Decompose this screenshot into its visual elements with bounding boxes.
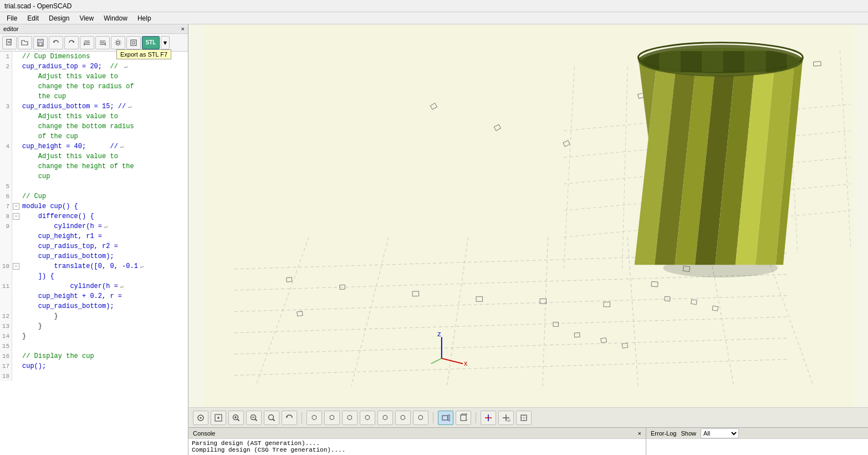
- view-toolbar: ⬡ ⬡ ⬡ ⬡ ⬡ ⬡ ⬡ 10: [188, 407, 868, 427]
- code-line-11b: cup_radius_bottom);: [0, 301, 188, 311]
- fold-icon-7[interactable]: −: [13, 203, 19, 210]
- titlebar: trial.scad - OpenSCAD: [0, 0, 868, 12]
- export-stl-button[interactable]: STL: [142, 36, 160, 49]
- zoom-out-button[interactable]: [246, 411, 262, 425]
- editor-panel: editor ×: [0, 24, 188, 455]
- menu-window[interactable]: Window: [99, 13, 132, 23]
- code-line-12: 12 }: [0, 311, 188, 321]
- code-line-4c: cup: [0, 171, 188, 181]
- undo-button[interactable]: [49, 36, 63, 49]
- menu-design[interactable]: Design: [44, 13, 74, 23]
- view-scales-button[interactable]: 10: [498, 411, 514, 425]
- menu-view[interactable]: View: [75, 13, 98, 23]
- zoom-in-button[interactable]: [228, 411, 244, 425]
- code-line-3: 3 cup_radius_bottom = 15; //↵: [0, 102, 188, 112]
- svg-marker-81: [702, 51, 723, 72]
- unindent-button[interactable]: [95, 36, 110, 49]
- menu-file[interactable]: File: [2, 13, 22, 23]
- code-line-6: 6 // Cup: [0, 191, 188, 201]
- view-crosshairs-button[interactable]: [516, 411, 532, 425]
- fold-icon-8[interactable]: −: [13, 213, 19, 220]
- open-button[interactable]: [18, 36, 32, 49]
- code-line-3b: change the bottom radius: [0, 122, 188, 132]
- save-button[interactable]: [33, 36, 48, 49]
- zoom-out2-button[interactable]: [264, 411, 279, 425]
- code-line-4b: change the height of the: [0, 161, 188, 171]
- console-content[interactable]: Parsing design (AST generation).... Comp…: [188, 439, 646, 455]
- new-button[interactable]: [2, 36, 17, 49]
- code-line-5: 5: [0, 181, 188, 191]
- show-filter-select[interactable]: All Warnings Errors: [701, 428, 739, 438]
- console-title: Console: [193, 430, 215, 437]
- toolbar-separator-2: [433, 412, 433, 423]
- menu-edit[interactable]: Edit: [23, 13, 43, 23]
- view-back-button[interactable]: ⬡: [395, 411, 411, 425]
- code-line-8: 8 − difference() {: [0, 211, 188, 221]
- view-bottom-button[interactable]: ⬡: [324, 411, 340, 425]
- toolbar-separator-1: [302, 412, 302, 423]
- fold-arrow-2[interactable]: ↵: [124, 62, 132, 70]
- svg-text:z: z: [437, 330, 441, 338]
- svg-rect-105: [442, 416, 448, 420]
- fold-arrow-4[interactable]: ↵: [120, 142, 128, 150]
- viewport[interactable]: z x: [188, 24, 868, 407]
- code-line-10: 10 − translate([0, 0, -0.1↵: [0, 261, 188, 271]
- console-line-2: Compiling design (CSG Tree generation)..…: [192, 447, 642, 453]
- view-front-button[interactable]: ⬡: [377, 411, 393, 425]
- error-log-content: [646, 439, 868, 455]
- fold-arrow-9[interactable]: ↵: [104, 222, 112, 230]
- error-log-header: Error-Log Show All Warnings Errors: [646, 428, 868, 439]
- view-top-button[interactable]: ⬡: [307, 411, 322, 425]
- code-editor[interactable]: 1 // Cup Dimensions 2 cup_radius_top = 2…: [0, 52, 188, 455]
- code-line-2a: Adjust this value to: [0, 72, 188, 82]
- code-line-11a: cup_height + 0.2, r =: [0, 291, 188, 301]
- console-close[interactable]: ×: [638, 430, 641, 437]
- svg-marker-79: [660, 51, 681, 72]
- export-stl-tooltip: Export as STL F7: [116, 49, 171, 59]
- reset-view-button[interactable]: [193, 411, 208, 425]
- settings-button[interactable]: [111, 36, 125, 49]
- code-line-3a: Adjust this value to: [0, 112, 188, 122]
- view-right-button[interactable]: ⬡: [360, 411, 375, 425]
- svg-text:x: x: [464, 360, 468, 367]
- code-line-2: 2 cup_radius_top = 20; // ↵: [0, 62, 188, 72]
- svg-rect-13: [131, 40, 136, 46]
- menu-help[interactable]: Help: [133, 13, 156, 23]
- code-line-2c: the cup: [0, 92, 188, 102]
- code-line-18: 18: [0, 371, 188, 381]
- svg-marker-82: [723, 51, 744, 72]
- console-panel: Console × Parsing design (AST generation…: [188, 428, 646, 455]
- code-line-4: 4 cup_height = 40; //↵: [0, 141, 188, 151]
- view-persp-button[interactable]: [438, 411, 453, 425]
- svg-marker-84: [765, 51, 787, 72]
- editor-titlebar: editor ×: [0, 24, 188, 34]
- rotate-reset-button[interactable]: [282, 411, 297, 425]
- code-line-11: 11 cylinder(h =↵: [0, 281, 188, 291]
- view-diagonal-button[interactable]: ⬡: [413, 411, 428, 425]
- code-line-7: 7 − module cup() {: [0, 201, 188, 211]
- preview-button[interactable]: [126, 36, 141, 49]
- svg-line-102: [256, 419, 257, 421]
- title-text: trial.scad - OpenSCAD: [4, 2, 72, 10]
- cup-body: [621, 57, 803, 265]
- fold-arrow-3[interactable]: ↵: [128, 102, 136, 110]
- indent-button[interactable]: [80, 36, 94, 49]
- svg-marker-106: [448, 414, 450, 421]
- fold-icon-10[interactable]: −: [13, 263, 19, 270]
- editor-close-btn[interactable]: ×: [181, 26, 185, 32]
- code-line-15: 15: [0, 341, 188, 351]
- console-header: Console ×: [188, 428, 646, 439]
- export-arrow-button[interactable]: ▼: [161, 36, 170, 49]
- error-log-title: Error-Log: [651, 430, 676, 437]
- svg-rect-14: [132, 42, 135, 44]
- zoom-fit-button[interactable]: [211, 411, 226, 425]
- view-left-button[interactable]: ⬡: [342, 411, 358, 425]
- console-line-1: Parsing design (AST generation)....: [192, 440, 642, 447]
- code-line-2b: change the top radius of: [0, 82, 188, 92]
- fold-arrow-11[interactable]: ↵: [120, 282, 128, 290]
- code-line-14: 14 }: [0, 331, 188, 341]
- fold-arrow-10[interactable]: ↵: [140, 262, 148, 270]
- view-axes-button[interactable]: [481, 411, 496, 425]
- redo-button[interactable]: [64, 36, 79, 49]
- view-ortho-button[interactable]: [456, 411, 471, 425]
